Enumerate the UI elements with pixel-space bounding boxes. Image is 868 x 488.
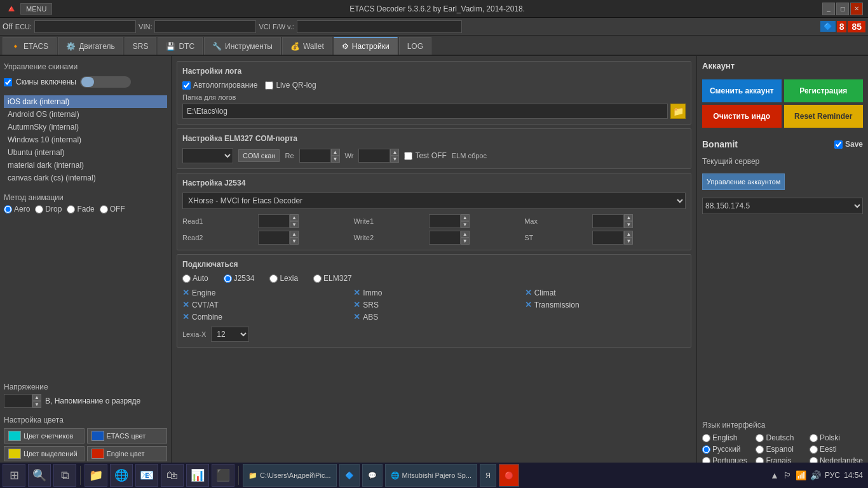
edge-btn[interactable]: 🌐 — [110, 464, 133, 487]
live-qr-checkbox-item[interactable]: Live QR-log — [265, 81, 316, 90]
anim-aero[interactable]: Aero — [4, 205, 30, 214]
server-dropdown[interactable]: 88.150.174.5 — [702, 198, 863, 214]
anim-drop[interactable]: Drop — [35, 205, 62, 214]
write1-down[interactable]: ▼ — [461, 221, 470, 228]
tab-srs[interactable]: SRS — [125, 37, 157, 55]
register-btn[interactable]: Регистрация — [784, 79, 864, 102]
wr-up-btn[interactable]: ▲ — [390, 149, 399, 156]
skin-toggle-track[interactable] — [80, 76, 131, 88]
skin-item-android[interactable]: Android OS (internal) — [4, 108, 167, 121]
minimize-button[interactable]: _ — [822, 3, 835, 15]
max-down[interactable]: ▼ — [624, 221, 633, 228]
arrow-up-icon[interactable]: ▲ — [770, 470, 779, 480]
flag-icon[interactable]: 🏳 — [783, 470, 792, 480]
st-input[interactable]: 10 — [592, 231, 624, 245]
j2534-device-select[interactable]: XHorse - MVCI for Etacs Decoder — [182, 193, 686, 209]
skin-item-material[interactable]: material dark (internal) — [4, 159, 167, 172]
max-input[interactable]: 5000 — [592, 214, 624, 228]
read1-input[interactable]: 350 — [258, 214, 290, 228]
write2-down[interactable]: ▼ — [461, 238, 470, 245]
lang-english[interactable]: English — [702, 433, 753, 442]
skin-item-ubuntu[interactable]: Ubuntu (internal) — [4, 146, 167, 159]
tab-dtc[interactable]: 💾 DTC — [158, 37, 203, 55]
lexia-x-select[interactable]: 12 — [211, 327, 249, 342]
st-up[interactable]: ▲ — [624, 231, 633, 238]
lang-eesti[interactable]: Eesti — [810, 445, 863, 454]
terminal-btn[interactable]: ⬛ — [212, 464, 234, 487]
write1-input[interactable]: 100 — [429, 214, 461, 228]
excel-btn[interactable]: 📊 — [186, 464, 209, 487]
read2-up[interactable]: ▲ — [290, 231, 299, 238]
taskbar-item-etacs[interactable]: 🔷 — [339, 464, 360, 487]
manage-account-btn[interactable]: Управление аккаунтом — [702, 173, 785, 190]
skin-item-canvas[interactable]: canvas dark (cs) (internal) — [4, 172, 167, 184]
tab-tools[interactable]: 🔧 Инструменты — [204, 37, 281, 55]
lang-espanol[interactable]: Espanol — [756, 445, 806, 454]
skins-enabled-checkbox[interactable] — [4, 78, 12, 86]
write2-input[interactable]: 0 — [429, 231, 461, 245]
store-btn[interactable]: 🛍 — [161, 464, 184, 487]
vin-input[interactable] — [154, 20, 256, 33]
tab-settings[interactable]: ⚙ Настройки — [334, 37, 398, 55]
anim-fade[interactable]: Fade — [67, 205, 94, 214]
tab-log[interactable]: LOG — [399, 37, 431, 55]
search-button[interactable]: 🔍 — [28, 464, 51, 487]
re-input[interactable]: 250 — [299, 149, 331, 163]
folder-input[interactable] — [182, 104, 668, 119]
menu-button[interactable]: MENU — [20, 3, 52, 15]
wr-input[interactable]: 4000 — [358, 149, 390, 163]
write2-up[interactable]: ▲ — [461, 231, 470, 238]
restore-button[interactable]: ◻ — [836, 3, 849, 15]
folder-browse-btn[interactable]: 📁 — [670, 104, 686, 119]
autolog-checkbox[interactable] — [182, 81, 191, 90]
wr-down-btn[interactable]: ▼ — [390, 156, 399, 163]
voltage-down-btn[interactable]: ▼ — [32, 401, 41, 408]
change-account-btn[interactable]: Сменить аккаунт — [702, 79, 782, 102]
taskbar-item-browser[interactable]: 🌐 Mitsubishi Pajero Sp... — [385, 464, 477, 487]
volume-icon[interactable]: 🔊 — [810, 470, 821, 480]
clear-btn[interactable]: Очистить индо — [702, 105, 782, 128]
task-view-button[interactable]: ⧉ — [53, 464, 76, 487]
autolog-checkbox-item[interactable]: Автологгирование — [182, 81, 257, 90]
st-down[interactable]: ▼ — [624, 238, 633, 245]
taskbar-item-yandex[interactable]: Я — [480, 464, 496, 487]
vci-input[interactable] — [297, 20, 462, 33]
taskbar-item-viber[interactable]: 💬 — [362, 464, 383, 487]
lang-russian[interactable]: Русский — [702, 445, 753, 454]
test-off-checkbox[interactable] — [404, 152, 412, 160]
read2-input[interactable]: 4000 — [258, 231, 290, 245]
connect-lexia[interactable]: Lexia — [269, 274, 298, 283]
read2-down[interactable]: ▼ — [290, 238, 299, 245]
engine-color-btn[interactable]: Engine цвет — [87, 446, 168, 461]
file-manager-btn[interactable]: 📁 — [85, 464, 107, 487]
taskbar-item-red[interactable]: 🔴 — [499, 464, 519, 487]
etacs-color-btn[interactable]: ETACS цвет — [87, 428, 168, 444]
connect-j2534[interactable]: J2534 — [224, 274, 255, 283]
close-button[interactable]: ✕ — [850, 3, 863, 15]
lang-polski[interactable]: Polski — [810, 433, 863, 442]
test-off-item[interactable]: Test OFF — [404, 151, 446, 160]
start-button[interactable]: ⊞ — [3, 464, 25, 487]
reset-reminder-btn[interactable]: Reset Reminder — [784, 105, 864, 128]
read1-down[interactable]: ▼ — [290, 221, 299, 228]
tab-wallet[interactable]: 💰 Wallet — [282, 37, 332, 55]
taskbar-item-folder[interactable]: 📁 C:\Users\Андрей\Pic... — [243, 464, 337, 487]
re-down-btn[interactable]: ▼ — [331, 156, 340, 163]
max-up[interactable]: ▲ — [624, 214, 633, 221]
write1-up[interactable]: ▲ — [461, 214, 470, 221]
com-port-select[interactable] — [182, 148, 233, 163]
skin-item-autumn[interactable]: AutumnSky (internal) — [4, 121, 167, 133]
live-qr-checkbox[interactable] — [265, 81, 273, 90]
counter-color-btn[interactable]: Цвет счетчиков — [4, 428, 85, 444]
lang-deutsch[interactable]: Deutsch — [756, 433, 806, 442]
connect-elm[interactable]: ELM327 — [313, 274, 352, 283]
com-scan-btn[interactable]: COM скан — [238, 149, 280, 162]
skin-item-win10[interactable]: Windows 10 (internal) — [4, 133, 167, 146]
re-up-btn[interactable]: ▲ — [331, 149, 340, 156]
anim-off[interactable]: OFF — [100, 205, 125, 214]
selection-color-btn[interactable]: Цвет выделений — [4, 446, 85, 461]
connect-auto[interactable]: Auto — [182, 274, 208, 283]
voltage-up-btn[interactable]: ▲ — [32, 394, 41, 401]
tab-etacs[interactable]: 🔸 ETACS — [3, 37, 57, 55]
skin-item-ios[interactable]: iOS dark (internal) — [4, 95, 167, 108]
